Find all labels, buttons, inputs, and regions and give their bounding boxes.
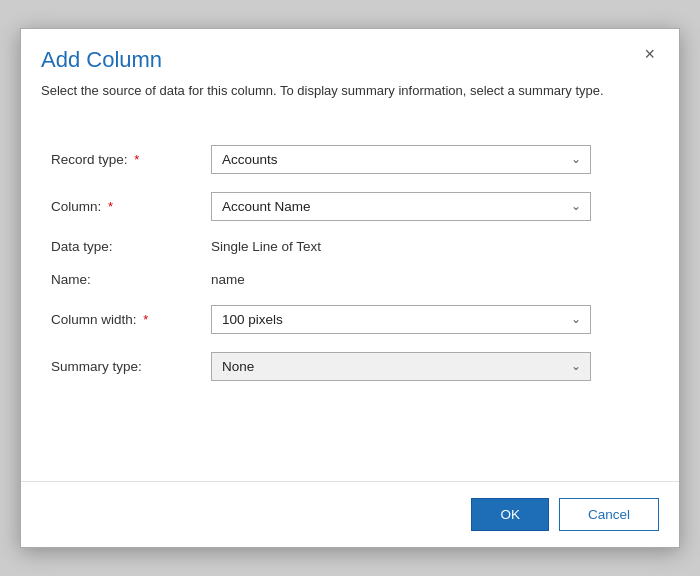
- summary-type-label: Summary type:: [51, 348, 211, 385]
- column-row: Column: * Account Name ⌄: [51, 188, 649, 225]
- record-type-cell: Accounts ⌄: [211, 141, 649, 178]
- cancel-button[interactable]: Cancel: [559, 498, 659, 531]
- column-select-wrapper: Account Name ⌄: [211, 192, 591, 221]
- ok-button[interactable]: OK: [471, 498, 549, 531]
- dialog-footer: OK Cancel: [21, 481, 679, 547]
- dialog-title: Add Column: [41, 47, 640, 73]
- column-label: Column: *: [51, 188, 211, 225]
- summary-type-select-wrapper: None ⌄: [211, 352, 591, 381]
- dialog-header: Add Column Select the source of data for…: [21, 29, 679, 111]
- record-type-required: *: [134, 152, 139, 167]
- column-width-select-wrapper: 100 pixels ⌄: [211, 305, 591, 334]
- add-column-dialog: Add Column Select the source of data for…: [20, 28, 680, 548]
- column-width-select[interactable]: 100 pixels: [211, 305, 591, 334]
- record-type-label: Record type: *: [51, 141, 211, 178]
- summary-type-row: Summary type: None ⌄: [51, 348, 649, 385]
- column-width-cell: 100 pixels ⌄: [211, 301, 649, 338]
- record-type-select-wrapper: Accounts ⌄: [211, 145, 591, 174]
- column-width-row: Column width: * 100 pixels ⌄: [51, 301, 649, 338]
- column-width-required: *: [143, 312, 148, 327]
- name-value: name: [211, 268, 649, 291]
- name-row: Name: name: [51, 268, 649, 291]
- dialog-body: Record type: * Accounts ⌄ Column: *: [21, 111, 679, 482]
- dialog-subtitle: Select the source of data for this colum…: [41, 81, 640, 101]
- column-cell: Account Name ⌄: [211, 188, 649, 225]
- data-type-label: Data type:: [51, 235, 211, 258]
- dialog-title-block: Add Column Select the source of data for…: [41, 47, 640, 101]
- name-label: Name:: [51, 268, 211, 291]
- record-type-row: Record type: * Accounts ⌄: [51, 141, 649, 178]
- data-type-row: Data type: Single Line of Text: [51, 235, 649, 258]
- record-type-select[interactable]: Accounts: [211, 145, 591, 174]
- summary-type-cell: None ⌄: [211, 348, 649, 385]
- column-select[interactable]: Account Name: [211, 192, 591, 221]
- summary-type-select[interactable]: None: [211, 352, 591, 381]
- data-type-value: Single Line of Text: [211, 235, 649, 258]
- column-width-label: Column width: *: [51, 301, 211, 338]
- close-button[interactable]: ×: [640, 45, 659, 63]
- column-required: *: [108, 199, 113, 214]
- form-table: Record type: * Accounts ⌄ Column: *: [51, 131, 649, 395]
